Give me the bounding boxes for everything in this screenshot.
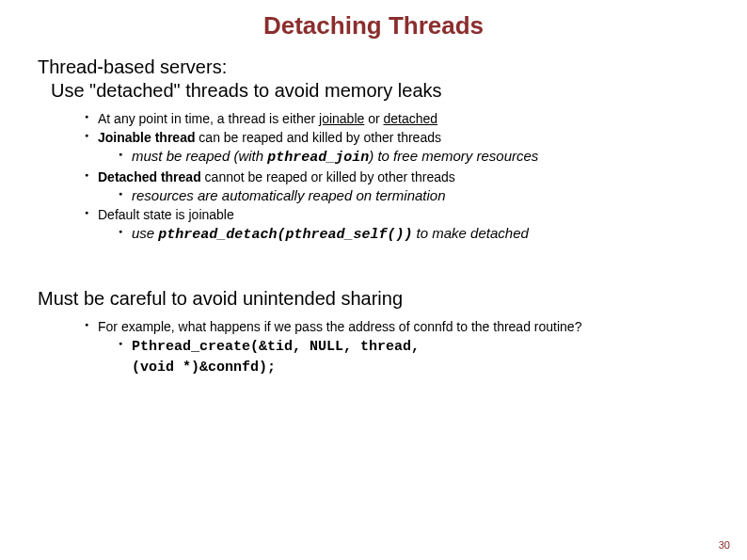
- section-2-line1: Must be careful to avoid unintended shar…: [38, 287, 709, 311]
- section-2-list: For example, what happens if we pass the…: [85, 318, 709, 377]
- slide-title: Detaching Threads: [38, 11, 709, 40]
- code-text: pthread_join: [267, 150, 369, 166]
- list-item: Detached thread cannot be reaped or kill…: [85, 168, 709, 205]
- list-item: Joinable thread can be reaped and killed…: [85, 129, 709, 168]
- sub-list-item: must be reaped (with pthread_join) to fr…: [119, 147, 709, 168]
- section-1-heading: Thread-based servers: Use "detached" thr…: [38, 56, 709, 103]
- underlined-text: joinable: [319, 111, 364, 126]
- text-fragment: must be reaped (with: [132, 148, 267, 164]
- list-item: For example, what happens if we pass the…: [85, 318, 709, 377]
- code-text: (void *)&connfd);: [132, 360, 276, 376]
- bold-text: Joinable thread: [98, 130, 195, 145]
- sub-list: must be reaped (with pthread_join) to fr…: [119, 147, 709, 168]
- code-text: pthread_detach(pthread_self()): [158, 227, 412, 243]
- sub-list: resources are automatically reaped on te…: [119, 186, 709, 205]
- text-fragment: ) to free memory resources: [369, 148, 538, 164]
- text-fragment: to make detached: [412, 225, 528, 241]
- text-fragment: can be reaped and killed by other thread…: [195, 130, 441, 145]
- sub-list-item: resources are automatically reaped on te…: [119, 186, 709, 205]
- underlined-text: detached: [384, 111, 438, 126]
- sub-list: use pthread_detach(pthread_self()) to ma…: [119, 224, 709, 245]
- list-item: At any point in time, a thread is either…: [85, 110, 709, 128]
- text-fragment: use: [132, 225, 158, 241]
- text-fragment: For example, what happens if we pass the…: [98, 319, 581, 334]
- section-1-line1: Thread-based servers:: [38, 56, 709, 79]
- text-fragment: or: [364, 111, 383, 126]
- text-fragment: Default state is joinable: [98, 207, 234, 222]
- sub-list-item: use pthread_detach(pthread_self()) to ma…: [119, 224, 709, 245]
- list-item: Default state is joinable use pthread_de…: [85, 206, 709, 245]
- bold-text: Detached thread: [98, 169, 201, 184]
- section-1-line2: Use "detached" threads to avoid memory l…: [38, 79, 709, 103]
- section-2-heading: Must be careful to avoid unintended shar…: [38, 287, 709, 311]
- section-1-list: At any point in time, a thread is either…: [85, 110, 709, 245]
- text-fragment: cannot be reaped or killed by other thre…: [201, 169, 455, 184]
- page-number: 30: [719, 539, 730, 551]
- sub-list-item: Pthread_create(&tid, NULL, thread, (void…: [119, 336, 709, 378]
- code-text: Pthread_create(&tid, NULL, thread,: [132, 339, 420, 355]
- text-fragment: At any point in time, a thread is either: [98, 111, 319, 126]
- sub-list: Pthread_create(&tid, NULL, thread, (void…: [119, 336, 709, 378]
